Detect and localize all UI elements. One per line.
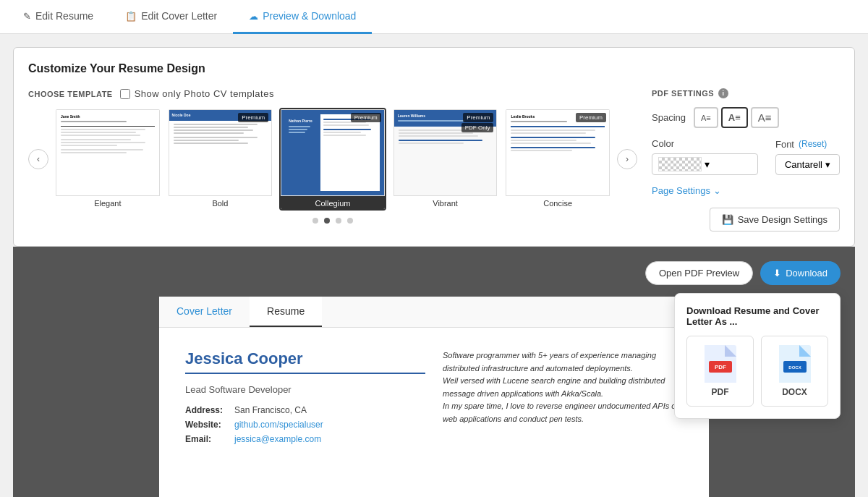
spacing-compact-button[interactable]: A≡ — [694, 107, 718, 128]
doc-tab-cover-letter-label: Cover Letter — [176, 305, 232, 317]
website-field: Website: github.com/specialuser — [185, 420, 425, 430]
download-button[interactable]: ⬇ Download — [760, 261, 841, 285]
spacing-normal-button[interactable]: A≡ — [721, 107, 748, 128]
color-dropdown-arrow: ▾ — [705, 158, 710, 170]
doc-tab-resume-label: Resume — [267, 305, 305, 317]
badge-vibrant-pdf: PDF Only — [461, 123, 494, 132]
photo-cv-checkbox[interactable] — [120, 89, 130, 99]
badge-vibrant: Premium — [463, 113, 493, 122]
template-name-concise: Concise — [506, 196, 610, 209]
carousel-prev-button[interactable]: ‹ — [28, 149, 48, 169]
svg-text:PDF: PDF — [715, 364, 726, 370]
badge-concise: Premium — [576, 113, 606, 122]
customize-panel: Customize Your Resume Design CHOOSE TEMP… — [13, 47, 855, 247]
font-dropdown[interactable]: Cantarell ▾ — [775, 154, 840, 175]
template-preview-concise: Leslie Brooks — [506, 109, 610, 196]
resume-document: Cover Letter Resume Jessica Cooper Lead … — [159, 297, 709, 497]
template-preview-elegant: Jane Smith — [56, 109, 160, 196]
color-dropdown[interactable]: ▾ — [652, 153, 758, 175]
resume-summary: Software programmer with 5+ years of exp… — [443, 349, 683, 449]
font-value: Cantarell — [785, 159, 822, 170]
email-field: Email: jessica@example.com — [185, 434, 425, 444]
website-value: github.com/specialuser — [234, 420, 323, 430]
preview-area: Open PDF Preview ⬇ Download Download Res… — [13, 247, 855, 497]
panel-body: CHOOSE TEMPLATE Show only Photo CV templ… — [28, 88, 840, 231]
spacing-wide-button[interactable]: A≡ — [751, 107, 779, 128]
page-settings-label: Page Settings — [652, 185, 710, 196]
color-font-row: Color ▾ Font (Reset) Cantarell — [652, 138, 840, 175]
open-pdf-label: Open PDF Preview — [659, 268, 739, 279]
photo-cv-toggle[interactable]: Show only Photo CV templates — [120, 88, 274, 99]
info-icon[interactable]: i — [718, 88, 728, 98]
template-card-collegium[interactable]: Nathan Pierre — [279, 108, 386, 211]
dot-3[interactable] — [347, 218, 353, 224]
preview-download-icon: ☁ — [249, 11, 258, 22]
template-preview-bold: Nicole Doe Prem — [169, 109, 273, 196]
download-icon: ⬇ — [773, 268, 781, 279]
dot-2[interactable] — [336, 218, 341, 224]
resume-title: Lead Software Developer — [185, 384, 425, 395]
template-card-vibrant[interactable]: Lauren Williams Premium — [392, 108, 499, 211]
font-dropdown-arrow: ▾ — [825, 159, 830, 170]
templates-row: Jane Smith — [48, 108, 617, 211]
template-name-vibrant: Vibrant — [393, 196, 498, 209]
resume-name: Jessica Cooper — [185, 349, 425, 368]
docx-label: DOCX — [782, 387, 807, 397]
tab-preview-download[interactable]: ☁ Preview & Download — [233, 0, 372, 34]
tab-edit-resume[interactable]: ✎ Edit Resume — [7, 0, 109, 34]
pdf-file-icon: PDF — [705, 345, 736, 383]
pdf-settings-section: PDF SETTINGS i Spacing A≡ A≡ A≡ Color — [652, 88, 840, 231]
photo-cv-label: Show only Photo CV templates — [135, 88, 274, 99]
address-label: Address: — [185, 405, 229, 415]
preview-toolbar: Open PDF Preview ⬇ Download Download Res… — [27, 261, 841, 285]
template-preview-vibrant: Lauren Williams Premium — [393, 109, 498, 196]
edit-resume-icon: ✎ — [23, 11, 31, 22]
edit-cover-icon: 📋 — [125, 11, 137, 22]
font-reset-link[interactable]: (Reset) — [799, 139, 827, 149]
save-design-button[interactable]: 💾 Save Design Settings — [710, 208, 840, 231]
download-docx-option[interactable]: DOCX DOCX — [761, 336, 828, 407]
template-preview-collegium: Nathan Pierre — [281, 109, 385, 196]
page-settings-link[interactable]: Page Settings ⌄ — [652, 185, 840, 196]
template-section-label: CHOOSE TEMPLATE Show only Photo CV templ… — [28, 88, 637, 99]
carousel-next-button[interactable]: › — [617, 149, 637, 169]
doc-tabs: Cover Letter Resume — [159, 297, 709, 328]
svg-text:DOCX: DOCX — [788, 365, 801, 370]
email-label: Email: — [185, 434, 229, 444]
email-value: jessica@example.com — [234, 434, 321, 444]
open-pdf-button[interactable]: Open PDF Preview — [645, 261, 753, 285]
template-card-bold[interactable]: Nicole Doe Prem — [167, 108, 274, 211]
resume-divider — [185, 373, 425, 374]
download-pdf-option[interactable]: PDF PDF — [686, 336, 754, 407]
badge-collegium: Premium — [351, 113, 381, 122]
template-card-concise[interactable]: Leslie Brooks — [504, 108, 611, 211]
spacing-row: Spacing A≡ A≡ A≡ — [652, 107, 840, 128]
pdf-label: PDF — [712, 387, 729, 397]
dot-1[interactable] — [324, 218, 330, 224]
font-label: Font — [775, 139, 794, 150]
main-wrapper: Customize Your Resume Design CHOOSE TEMP… — [0, 34, 868, 497]
color-swatch — [658, 157, 702, 171]
spacing-label: Spacing — [652, 112, 688, 123]
resume-left: Jessica Cooper Lead Software Developer A… — [185, 349, 425, 449]
download-label: Download — [786, 268, 827, 279]
download-options: PDF PDF DOCX — [686, 336, 828, 407]
template-section: CHOOSE TEMPLATE Show only Photo CV templ… — [28, 88, 637, 231]
save-icon: 💾 — [722, 214, 733, 225]
tab-edit-resume-label: Edit Resume — [35, 10, 93, 22]
doc-tab-cover-letter[interactable]: Cover Letter — [159, 297, 250, 327]
tab-edit-cover[interactable]: 📋 Edit Cover Letter — [109, 0, 233, 34]
download-popup: Download Resume and Cover Letter As ... … — [674, 293, 841, 419]
spacing-buttons: A≡ A≡ A≡ — [694, 107, 779, 128]
badge-bold: Premium — [238, 113, 268, 122]
save-design-label: Save Design Settings — [738, 214, 827, 225]
website-label: Website: — [185, 420, 229, 430]
address-value: San Francisco, CA — [234, 405, 307, 415]
page-settings-chevron: ⌄ — [713, 185, 721, 196]
doc-tab-resume[interactable]: Resume — [250, 297, 322, 327]
tab-preview-download-label: Preview & Download — [263, 10, 356, 22]
template-name-bold: Bold — [169, 196, 273, 209]
panel-title: Customize Your Resume Design — [28, 62, 840, 75]
dot-0[interactable] — [312, 218, 318, 224]
template-card-elegant[interactable]: Jane Smith — [54, 108, 161, 211]
